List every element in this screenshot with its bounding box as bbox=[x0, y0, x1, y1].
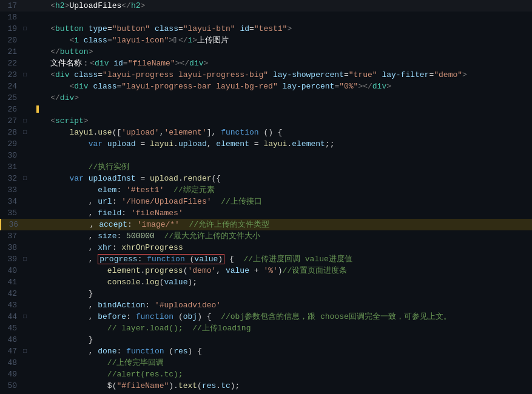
code-line-19: 19 □ <button type="button" class="layui-… bbox=[0, 23, 532, 35]
line-num-17: 17 bbox=[0, 0, 23, 12]
line-num-43: 43 bbox=[0, 299, 23, 311]
code-line-24: 24 <div class="layui-progress-bar layui-… bbox=[0, 81, 532, 92]
line-num-45: 45 bbox=[0, 322, 23, 334]
code-line-22: 22 文件名称：<div id="fileName"></div> bbox=[0, 58, 532, 69]
code-line-42: 42 } bbox=[0, 288, 532, 299]
code-line-51: 51 } bbox=[0, 392, 532, 394]
code-line-39: 39 □ , progress: function (value) { //上传… bbox=[0, 253, 532, 265]
line-num-36: 36 bbox=[1, 219, 24, 230]
line-num-38: 38 bbox=[0, 242, 23, 253]
code-line-47: 47 □ , done: function (res) { bbox=[0, 346, 532, 357]
line-num-48: 48 bbox=[0, 357, 23, 369]
line-num-31: 31 bbox=[0, 161, 23, 173]
code-line-45: 45 // layer.load(); //上传loading bbox=[0, 322, 532, 334]
line-num-22: 22 bbox=[0, 58, 23, 69]
code-line-37: 37 , size: 500000 //最大允许上传的文件大小 bbox=[0, 230, 532, 242]
code-line-27: 27 □ <script> bbox=[0, 115, 532, 127]
code-line-23: 23 □ <div class="layui-progress layui-pr… bbox=[0, 69, 532, 81]
code-line-50: 50 $("#fileName").text(res.tc); bbox=[0, 380, 532, 392]
code-line-33: 33 elem: '#test1' //绑定元素 bbox=[0, 184, 532, 196]
line-num-32: 32 bbox=[0, 173, 23, 184]
line-num-18: 18 bbox=[0, 12, 23, 23]
code-line-36: 36 , accept: 'image/*' //允许上传的文件类型 bbox=[0, 219, 532, 230]
code-line-41: 41 console.log(value); bbox=[0, 276, 532, 288]
code-line-28: 28 □ layui.use(['upload','element'], fun… bbox=[0, 127, 532, 138]
line-num-49: 49 bbox=[0, 369, 23, 380]
code-line-18: 18 bbox=[0, 12, 532, 23]
line-num-35: 35 bbox=[0, 207, 23, 219]
line-num-29: 29 bbox=[0, 138, 23, 150]
code-line-17: 17 <h2>UploadFiles</h2> bbox=[0, 0, 532, 12]
line-num-25: 25 bbox=[0, 92, 23, 104]
code-line-38: 38 , xhr: xhrOnProgress bbox=[0, 242, 532, 253]
line-num-47: 47 bbox=[0, 346, 23, 357]
code-line-25: 25 </div> bbox=[0, 92, 532, 104]
line-num-50: 50 bbox=[0, 380, 23, 392]
code-line-44: 44 □ , before: function (obj) { //obj参数包… bbox=[0, 311, 532, 322]
code-line-31: 31 //执行实例 bbox=[0, 161, 532, 173]
code-line-49: 49 //alert(res.tc); bbox=[0, 369, 532, 380]
line-num-20: 20 bbox=[0, 35, 23, 46]
code-line-21: 21 </button> bbox=[0, 46, 532, 58]
code-line-26: 26 bbox=[0, 104, 532, 115]
line-num-39: 39 bbox=[0, 253, 23, 265]
line-num-44: 44 bbox=[0, 311, 23, 322]
line-num-28: 28 bbox=[0, 127, 23, 138]
line-num-41: 41 bbox=[0, 276, 23, 288]
line-num-46: 46 bbox=[0, 334, 23, 346]
line-num-42: 42 bbox=[0, 288, 23, 299]
line-num-24: 24 bbox=[0, 81, 23, 92]
code-line-29: 29 var upload = layui.upload, element = … bbox=[0, 138, 532, 150]
line-num-26: 26 bbox=[0, 104, 23, 115]
code-line-34: 34 , url: '/Home/UploadFiles' //上传接口 bbox=[0, 196, 532, 207]
line-num-33: 33 bbox=[0, 184, 23, 196]
line-num-27: 27 bbox=[0, 115, 23, 127]
code-line-32: 32 □ var uploadInst = upload.render({ bbox=[0, 173, 532, 184]
code-line-46: 46 } bbox=[0, 334, 532, 346]
line-num-37: 37 bbox=[0, 230, 23, 242]
code-line-20: 20 <i class="layui-icon"></i>上传图片 bbox=[0, 35, 532, 46]
code-line-48: 48 //上传完毕回调 bbox=[0, 357, 532, 369]
code-editor: 17 <h2>UploadFiles</h2> 18 19 □ <button … bbox=[0, 0, 532, 394]
line-num-30: 30 bbox=[0, 150, 23, 161]
line-num-40: 40 bbox=[0, 265, 23, 276]
line-num-19: 19 bbox=[0, 23, 23, 35]
code-line-43: 43 , bindAction: '#uploadvideo' bbox=[0, 299, 532, 311]
line-num-21: 21 bbox=[0, 46, 23, 58]
line-num-51: 51 bbox=[0, 392, 23, 394]
code-line-40: 40 element.progress('demo', value + '%')… bbox=[0, 265, 532, 276]
code-line-30: 30 bbox=[0, 150, 532, 161]
line-num-34: 34 bbox=[0, 196, 23, 207]
code-line-35: 35 , field: 'fileNames' bbox=[0, 207, 532, 219]
line-num-23: 23 bbox=[0, 69, 23, 81]
